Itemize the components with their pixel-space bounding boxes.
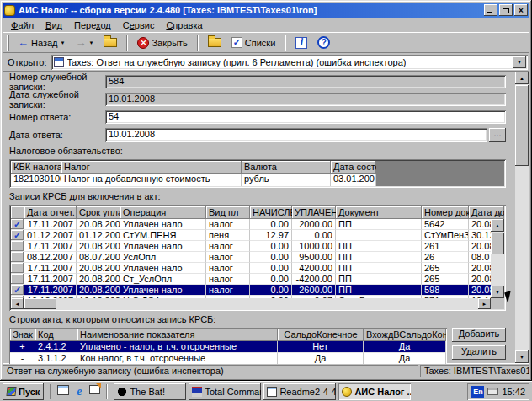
krsb-cell: 5642: [422, 219, 469, 230]
act-row[interactable]: -3.1.1.2Кон.налог, в т.ч. отсроченныеДаД…: [10, 353, 446, 364]
restore-button[interactable]: [499, 4, 513, 16]
add-button[interactable]: Добавить: [452, 328, 506, 342]
krsb-cell: 0.00: [250, 252, 292, 263]
menu-service[interactable]: Сервис: [118, 19, 160, 31]
scroll-left-icon[interactable]: ◄: [11, 298, 24, 309]
tax-row[interactable]: 1821030100Налог на добавленную стоимость…: [11, 174, 376, 186]
taskbar-task-floppy[interactable]: Total Comman...: [189, 383, 261, 400]
krsb-row[interactable]: 08.12.200708.07.2000УслОплналог0.009500.…: [11, 252, 491, 263]
krsb-column-header[interactable]: НАЧИСЛЕН: [250, 206, 292, 219]
folder-up-button[interactable]: [99, 34, 121, 51]
krsb-row[interactable]: 17.11.200720.08.2000Уплачен налоналог0.0…: [11, 241, 491, 252]
start-button[interactable]: Пуск: [3, 383, 44, 400]
krsb-cell: 0.00: [250, 263, 292, 274]
open-folder-button[interactable]: [204, 34, 226, 51]
row-checkmark-icon[interactable]: ✓: [11, 285, 24, 296]
krsb-cell: 20.08.2000: [77, 241, 120, 252]
open-combobox[interactable]: Taxes: Ответ на служебную записку (прил.…: [51, 55, 528, 70]
quick-launch: e: [57, 385, 100, 398]
toolbar-grip[interactable]: [7, 35, 9, 51]
krsb-horizontal-scrollbar[interactable]: ◄ ►: [11, 298, 491, 309]
krsb-row[interactable]: 17.11.200720.08.2000Уплачен налоналог0.0…: [11, 263, 491, 274]
krsb-row[interactable]: ✓01.12.200701.12.2007СтУМ.ПЕНЯпеня12.970…: [11, 230, 491, 241]
krsb-check-column-header[interactable]: [11, 206, 24, 219]
act-column-header[interactable]: Код: [35, 329, 77, 341]
krsb-cell: налог: [206, 241, 250, 252]
krsb-column-header[interactable]: Номер доку: [422, 206, 469, 219]
mail-icon[interactable]: [89, 385, 100, 394]
clock[interactable]: 15:42: [502, 387, 525, 397]
krsb-row[interactable]: ✓17.11.200720.08.2000Уплачен налоналог0.…: [11, 285, 491, 296]
menu-navigate[interactable]: Переход: [69, 19, 116, 31]
scroll-up-icon[interactable]: ▲: [515, 72, 529, 84]
reply-date-field[interactable]: 10.01.2008: [105, 128, 487, 142]
row-check-empty[interactable]: [11, 263, 24, 274]
krsb-column-header[interactable]: Срок уплаты: [77, 206, 120, 219]
scroll-thumb[interactable]: [491, 233, 504, 254]
act-column-header[interactable]: Знак: [10, 329, 35, 341]
scroll-up-icon[interactable]: ▲: [491, 219, 504, 232]
row-check-empty[interactable]: [11, 241, 24, 252]
menu-file[interactable]: Файл: [6, 19, 39, 31]
forward-dropdown-icon[interactable]: ▼: [88, 40, 93, 45]
minimize-button[interactable]: [484, 4, 497, 16]
menu-help[interactable]: Справка: [161, 19, 207, 31]
taskbar-task-notepad[interactable]: Readme2-4-48...: [263, 383, 336, 400]
krsb-row[interactable]: 17.11.200720.08.2000Ст_УслОплналог0.00-4…: [11, 274, 491, 285]
scrollbar-corner: [491, 298, 504, 309]
scroll-thumb[interactable]: [24, 298, 56, 309]
tax-column-header[interactable]: Дата состоя: [331, 161, 376, 174]
reply-number-field[interactable]: 54: [105, 110, 506, 124]
krsb-vertical-scrollbar[interactable]: ▲ ▼: [491, 219, 504, 298]
scroll-thumb[interactable]: [515, 85, 529, 166]
act-column-header[interactable]: СальдоКонечное: [278, 329, 364, 341]
krsb-column-header[interactable]: Дата отчет.: [24, 206, 77, 219]
language-indicator[interactable]: En: [471, 386, 484, 398]
form-vertical-scrollbar[interactable]: ▲ ▼: [515, 72, 529, 363]
tax-column-header[interactable]: Налог: [61, 161, 242, 174]
scroll-down-icon[interactable]: ▼: [491, 286, 504, 298]
keyboard-icon[interactable]: [487, 388, 498, 395]
krsb-cell: 20.08.2000: [469, 241, 491, 252]
krsb-cell: ПП: [336, 241, 422, 252]
internet-explorer-icon[interactable]: e: [72, 385, 86, 398]
krsb-column-header[interactable]: Документ: [336, 206, 422, 219]
scroll-right-icon[interactable]: ►: [478, 298, 491, 309]
tax-column-header[interactable]: Валюта: [242, 161, 331, 174]
show-desktop-icon[interactable]: [57, 385, 69, 395]
back-button[interactable]: ← Назад ▼: [13, 34, 69, 51]
row-check-empty[interactable]: [11, 274, 24, 285]
krsb-cell: ПП: [336, 274, 422, 285]
taskbar-task-bat[interactable]: The Bat!: [114, 383, 186, 400]
lists-button[interactable]: ✓ Списки: [227, 34, 280, 51]
act-column-header[interactable]: Наименование показателя: [77, 329, 278, 341]
menu-view[interactable]: Вид: [40, 19, 67, 31]
combo-dropdown-button[interactable]: ▼: [513, 56, 526, 68]
act-row[interactable]: +2.4.1.2Уплачено - налог, в т.ч. отсроче…: [10, 341, 446, 353]
open-row: Открыто: Taxes: Ответ на служебную запис…: [3, 53, 529, 71]
help-button[interactable]: ?: [313, 34, 334, 51]
tax-cell: 03.01.2008: [331, 174, 376, 186]
back-dropdown-icon[interactable]: ▼: [61, 40, 66, 45]
row-checkmark-icon[interactable]: ✓: [11, 219, 24, 230]
windows-logo-icon: [6, 387, 16, 396]
row-checkmark-icon[interactable]: ✓: [11, 230, 24, 241]
date-browse-button[interactable]: ...: [489, 128, 506, 142]
info-button[interactable]: i: [291, 34, 311, 51]
info-icon: i: [295, 37, 307, 49]
act-column-header[interactable]: ВхождВСальдоКонечн: [364, 329, 446, 341]
row-check-empty[interactable]: [11, 252, 24, 263]
krsb-row[interactable]: ✓17.11.200720.08.2000Уплачен налоналог0.…: [11, 219, 491, 230]
krsb-column-header[interactable]: Операция: [120, 206, 206, 219]
taskbar-task-ais[interactable]: АИС Налог ...: [338, 383, 411, 400]
krsb-column-header[interactable]: Дата докум▲: [469, 206, 504, 219]
close-circle-icon: ✕: [137, 37, 149, 49]
krsb-column-header[interactable]: УПЛАЧЕНО: [292, 206, 336, 219]
forward-button[interactable]: → ▼: [71, 34, 98, 51]
tax-column-header[interactable]: КБК налога: [11, 161, 61, 174]
krsb-column-header[interactable]: Вид пл: [206, 206, 250, 219]
close-document-button[interactable]: ✕ Закрыть: [133, 34, 191, 51]
delete-button[interactable]: Удалить: [452, 345, 506, 360]
close-window-button[interactable]: ×: [514, 4, 528, 16]
scroll-down-icon[interactable]: ▼: [515, 350, 529, 363]
